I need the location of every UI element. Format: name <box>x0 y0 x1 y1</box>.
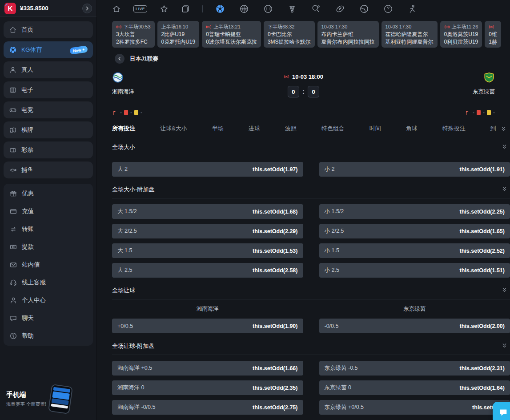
tab-handicap-ou[interactable]: 让球&大小 <box>160 125 187 133</box>
odds-button[interactable]: 小 1.5this.setOdd(2.52) <box>319 243 510 258</box>
match-card[interactable]: 上半场13:21 0普瑞卡帕提亚 0波尔塔瓦沃尔斯克拉 <box>202 21 261 48</box>
double-chevron-down-icon <box>502 287 507 293</box>
odds-button[interactable]: 湘南海洋 0this.setOdd(2.35) <box>112 380 303 395</box>
wallet-detail-button[interactable] <box>82 4 92 13</box>
tab-all-bets[interactable]: 所有投注 <box>112 125 135 133</box>
team2: 1赫 <box>489 39 497 45</box>
sport-american-football-icon[interactable] <box>335 4 345 14</box>
odds-button[interactable]: 湘南海洋 -0/0.5this.setOdd(2.75) <box>112 400 303 415</box>
sidebar-menu-secondary: 优惠 充值 转账 提款 站内信 线上客服 <box>4 184 93 346</box>
odds-label: 东京绿茵 0 <box>325 384 351 392</box>
odds-button[interactable]: 小 2/2.5this.setOdd(1.65) <box>319 224 510 238</box>
odds-button[interactable]: 大 1.5this.setOdd(1.53) <box>112 243 303 258</box>
sidebar-item-label: 个人中心 <box>22 296 46 304</box>
sport-bowling-icon[interactable] <box>383 4 393 14</box>
sidebar-item-fishing[interactable]: 捕鱼 <box>4 162 93 178</box>
wallet-bar: K ¥335.8500 <box>0 0 96 17</box>
sidebar-item-promotions[interactable]: 优惠 <box>4 185 93 202</box>
sidebar-item-chat[interactable]: 聊天 <box>4 309 93 327</box>
odds-button[interactable]: 东京绿茵 -0.5this.setOdd(2.31) <box>319 361 510 376</box>
odds-button[interactable]: 东京绿茵 0this.setOdd(1.64) <box>319 380 510 395</box>
sidebar-item-label: 聊天 <box>22 314 34 322</box>
sport-badminton-icon[interactable] <box>287 4 297 14</box>
chat-fab[interactable] <box>493 402 510 420</box>
team1: 2比萨U19 <box>161 31 196 37</box>
live-icon <box>116 24 122 30</box>
sidebar-item-messages[interactable]: 站内信 <box>4 256 93 274</box>
team1: 0奥洛莫茨U19 <box>444 31 478 37</box>
tabs-expand-button[interactable] <box>501 125 506 133</box>
tab-corners[interactable]: 角球 <box>406 125 418 133</box>
favorites-star-icon[interactable] <box>160 4 169 13</box>
odds-button[interactable]: 大 2.5this.setOdd(2.58) <box>112 263 303 278</box>
match-card[interactable]: 上半场11:26 0奥洛莫茨U19 0利贝雷茨U19 <box>440 21 482 48</box>
match-card[interactable]: 10-03 17:30 布内卡兰萨维 夏普尔布内阿拉拉阿拉 <box>317 21 379 48</box>
sidebar-item-home[interactable]: 首页 <box>4 21 93 38</box>
sidebar-item-kg-sports[interactable]: KG体育 New + <box>4 41 93 58</box>
sidebar-item-label: 帮助 <box>22 332 34 340</box>
match-card[interactable]: 下半场90:53 3大坎普 2科罗拉多FC <box>112 21 155 48</box>
sidebar-item-withdraw[interactable]: 提款 <box>4 238 93 256</box>
match-card[interactable]: 0维 1赫 <box>485 21 501 48</box>
home-icon <box>9 26 17 34</box>
yellow-card-icon <box>134 110 138 115</box>
mobile-promo[interactable]: 手机端 海量赛事 全面覆盖! <box>0 379 96 420</box>
sidebar-item-card-games[interactable]: 棋牌 <box>4 121 93 138</box>
odds-button[interactable]: -0/0.5this.setOdd(2.00) <box>319 319 510 333</box>
tab-half[interactable]: 半场 <box>212 125 224 133</box>
odds-button[interactable]: +0/0.5this.setOdd(1.90) <box>112 319 303 333</box>
sidebar-item-help[interactable]: 帮助 <box>4 327 93 345</box>
odds-value: this.setOdd(1.51) <box>460 267 505 274</box>
sport-athletics-icon[interactable] <box>407 4 417 14</box>
sidebar-item-live-casino[interactable]: 真人 <box>4 61 93 78</box>
section-header: 全场让球 <box>112 287 510 299</box>
odds-button[interactable]: 小 2this.setOdd(1.91) <box>319 162 510 177</box>
sport-volleyball-icon[interactable] <box>359 4 369 14</box>
odds-button[interactable]: 大 1.5/2this.setOdd(1.68) <box>112 204 303 219</box>
odds-value: this.setOdd(1.64) <box>460 385 505 391</box>
team2: 3MS提拉哈卡默尔 <box>268 39 311 45</box>
tab-time[interactable]: 时间 <box>369 125 381 133</box>
odds-button[interactable]: 大 2this.setOdd(1.97) <box>112 162 303 177</box>
tab-special-bets[interactable]: 特殊投注 <box>442 125 466 133</box>
live-filter-badge[interactable]: LIVE <box>133 5 147 12</box>
sidebar-item-slots[interactable]: 电子 <box>4 81 93 98</box>
sidebar-item-esports[interactable]: 电竞 <box>4 101 93 118</box>
stat-dash: - <box>141 109 142 116</box>
sidebar-item-transfer[interactable]: 转账 <box>4 220 93 238</box>
section-collapse-button[interactable] <box>502 287 507 295</box>
odds-button[interactable]: 小 1.5/2this.setOdd(2.25) <box>319 204 510 219</box>
odds-button[interactable]: 大 2/2.5this.setOdd(2.29) <box>112 224 303 238</box>
sidebar-item-profile[interactable]: 个人中心 <box>4 291 93 309</box>
tab-goals[interactable]: 进球 <box>249 125 260 133</box>
section-collapse-button[interactable] <box>502 186 507 194</box>
away-team-name: 东京绿茵 <box>473 88 495 96</box>
match-card[interactable]: 10-03 17:30 霍德哈萨隆夏普尔 基利亚特阿娜夏普尔 <box>381 21 438 48</box>
sidebar-item-support[interactable]: 线上客服 <box>4 274 93 291</box>
section-collapse-button[interactable] <box>502 342 507 350</box>
sidebar-item-lottery[interactable]: 彩票 <box>4 141 93 158</box>
match-status: 10-03 17:30 <box>321 24 375 30</box>
sport-basketball-icon[interactable] <box>239 4 249 14</box>
sport-soccer-icon[interactable] <box>215 4 225 14</box>
match-card[interactable]: 下半场68:32 0卡巴比尔 3MS提拉哈卡默尔 <box>264 21 315 48</box>
back-button[interactable] <box>115 54 124 64</box>
match-status: 上半场11:26 <box>444 24 478 30</box>
odds-button[interactable]: 东京绿茵 +0/0.5this.setOdd( <box>319 400 510 415</box>
odds-button[interactable]: 小 2.5this.setOdd(1.51) <box>319 263 510 278</box>
tab-specials-combo[interactable]: 特色组合 <box>321 125 345 133</box>
sport-table-tennis-icon[interactable] <box>311 4 321 14</box>
tab-correct-score[interactable]: 波胆 <box>285 125 297 133</box>
sport-baseball-icon[interactable] <box>263 4 273 14</box>
betslip-icon[interactable] <box>181 4 190 13</box>
tab-clipped[interactable]: 到 <box>490 125 496 133</box>
support-icon <box>9 279 17 287</box>
brand-logo[interactable]: K <box>4 3 16 14</box>
double-chevron-down-icon <box>502 144 507 149</box>
match-card[interactable]: 上半场16:10 2比萨U19 0克罗托内U19 <box>157 21 200 48</box>
sidebar-item-deposit[interactable]: 充值 <box>4 202 93 220</box>
odds-button[interactable]: 湘南海洋 +0.5this.setOdd(1.66) <box>112 361 303 376</box>
team1: 3大坎普 <box>116 31 151 37</box>
section-collapse-button[interactable] <box>502 143 507 151</box>
home-icon[interactable] <box>112 4 121 13</box>
